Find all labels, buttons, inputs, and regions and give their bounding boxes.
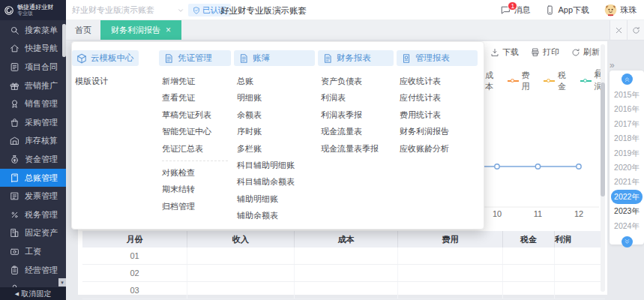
menu-item[interactable]: 期末结转 (162, 181, 231, 197)
menu-item[interactable]: 新增凭证 (162, 73, 231, 89)
refresh-label: 刷新 (583, 46, 600, 58)
menu-item[interactable]: 辅助余额表 (237, 207, 315, 224)
table-cell: 01 (82, 248, 187, 264)
clipboard-icon (10, 266, 19, 275)
table-header-cell: 利润 (555, 231, 571, 248)
menu-item[interactable]: 凭证汇总表 (162, 140, 231, 157)
menu-item[interactable]: 应付统计表 (400, 89, 478, 106)
menu-item[interactable]: 查看凭证 (162, 89, 231, 106)
menu-item[interactable]: 科目辅助明细账 (237, 157, 315, 173)
menu-item[interactable]: 费用统计表 (400, 106, 478, 123)
tab-close-icon[interactable]: × (166, 26, 171, 34)
menu-item[interactable]: 归档管理 (162, 198, 231, 214)
sidebar-item[interactable]: 总账管理 (0, 169, 66, 188)
menu-item[interactable]: 序时账 (237, 123, 315, 140)
sidebar-item[interactable]: 采购管理 (0, 113, 66, 132)
menu-item[interactable]: 利润表 (321, 89, 394, 106)
year-item[interactable]: 2017年 (610, 117, 644, 131)
table-header-cell: 收入 (187, 231, 295, 248)
year-panel-collapse-icon[interactable]: » (610, 60, 615, 70)
menu-item[interactable]: 利润表季报 (321, 106, 394, 123)
menu-item[interactable]: 应收账龄分析 (400, 140, 478, 157)
menu-item[interactable]: 明细账 (237, 89, 315, 106)
legend-item[interactable]: 税金 (544, 70, 571, 92)
year-item[interactable]: 2016年 (610, 102, 644, 116)
refresh-button[interactable]: 刷新 (571, 46, 600, 58)
messages-button[interactable]: 1 消息 (501, 4, 530, 16)
sidebar-item[interactable]: 营销推广 (0, 76, 66, 95)
download-label: 下载 (502, 46, 519, 58)
table-cell (295, 265, 398, 281)
close-all-tabs-button[interactable] (610, 20, 627, 40)
account-set-select[interactable]: 好业财专业版演示账套 (72, 0, 184, 20)
year-item[interactable]: 2022年 (610, 190, 644, 204)
year-item[interactable]: 2024年 (610, 219, 644, 233)
messages-count-badge: 1 (508, 2, 517, 10)
table-cell: 03 (82, 282, 187, 298)
svg-text:12: 12 (574, 209, 583, 218)
sidebar-item[interactable] (0, 279, 66, 287)
menu-item[interactable]: 辅助明细账 (237, 190, 315, 207)
year-scroll-down-button[interactable] (622, 236, 633, 248)
year-scroll-up-button[interactable] (622, 74, 633, 85)
table-cell (503, 248, 555, 264)
menu-item[interactable]: 余额表 (237, 106, 315, 123)
svg-text:11: 11 (534, 209, 542, 218)
sidebar-item[interactable]: 搜索菜单 (0, 21, 66, 40)
tab-financial-profit-report[interactable]: 财务利润报告 × (100, 20, 181, 40)
user-menu[interactable]: 珠珠 (604, 4, 637, 16)
year-item[interactable]: 2019年 (610, 146, 644, 160)
menu-item-list: 总账明细账余额表序时账多栏账科目辅助明细账科目辅助余额表辅助明细账辅助余额表 (234, 73, 315, 224)
panel-scrollbar-thumb[interactable] (601, 82, 605, 196)
sidebar-item[interactable]: 发票管理 (0, 187, 66, 206)
year-item[interactable]: 2021年 (610, 175, 644, 189)
print-button[interactable]: 打印 (531, 46, 559, 58)
menu-item[interactable]: 现金流量表 (321, 123, 394, 140)
ledger-icon (10, 173, 19, 183)
app-download-button[interactable]: App下载 (545, 4, 589, 16)
username: 珠珠 (620, 4, 637, 16)
menu-item[interactable]: 智能凭证中心 (162, 123, 231, 140)
menu-item[interactable]: 多栏账 (237, 140, 315, 157)
table-cell (398, 265, 503, 281)
table-cell (187, 282, 295, 298)
legend-item[interactable]: 费用 (508, 70, 535, 92)
sidebar-item[interactable]: 工资 (0, 242, 66, 261)
menu-item[interactable]: 现金流量表季报 (321, 140, 394, 157)
sidebar-item[interactable]: 经营管理 (0, 261, 66, 280)
funds-icon (10, 154, 19, 164)
menu-item[interactable]: 总账 (237, 73, 315, 89)
menu-item[interactable]: 草稿凭证列表 (162, 106, 231, 123)
year-item[interactable]: 2015年 (610, 88, 644, 102)
sidebar-item[interactable]: 税务管理 (0, 206, 66, 224)
menu-item[interactable]: 财务利润报告 (400, 123, 478, 140)
table-cell (398, 282, 503, 298)
menu-item[interactable]: 对账检查 (162, 164, 231, 181)
menu-column-header: 云模板中心 (72, 50, 139, 66)
sidebar-scrollbar-thumb[interactable] (62, 24, 66, 57)
download-button[interactable]: 下载 (490, 46, 519, 58)
menu-item[interactable]: 模版设计 (75, 73, 139, 89)
refresh-tab-button[interactable] (627, 20, 644, 40)
double-chevron-down-icon (624, 238, 631, 245)
account-set-select-value: 好业财专业版演示账套 (72, 4, 154, 16)
year-item[interactable]: 2018年 (610, 131, 644, 146)
tab-home[interactable]: 首页 (66, 20, 100, 40)
sidebar-item[interactable]: 快捷导航 (0, 40, 66, 58)
sidebar-item[interactable]: 项目合同 (0, 58, 66, 76)
sidebar-scroll-down-button[interactable]: ▾ (58, 278, 66, 286)
menu-item[interactable]: 资产负债表 (321, 73, 394, 89)
sidebar-item[interactable]: 销售管理 (0, 94, 66, 113)
year-item[interactable]: 2023年 (610, 204, 644, 218)
legend-marker (508, 78, 519, 84)
unpin-sidebar-button[interactable]: ◀ 取消固定 (0, 287, 66, 300)
sidebar-item[interactable]: 库存核算 (0, 132, 66, 151)
app-logo-icon (4, 5, 14, 16)
year-item[interactable]: 2020年 (610, 160, 644, 175)
double-chevron-up-icon (624, 76, 631, 82)
menu-column-title: 账簿 (253, 52, 270, 64)
sidebar-item[interactable]: 资金管理 (0, 150, 66, 169)
menu-item[interactable]: 科目辅助余额表 (237, 173, 315, 190)
menu-item[interactable]: 应收统计表 (400, 73, 478, 89)
sidebar-item[interactable]: 固定资产 (0, 224, 66, 243)
